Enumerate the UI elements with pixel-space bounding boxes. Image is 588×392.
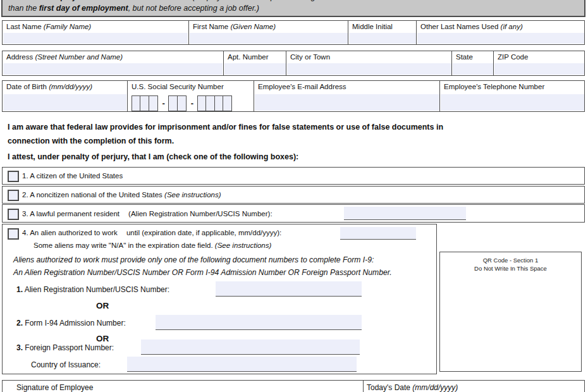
zip-label: ZIP Code — [498, 53, 528, 61]
other-last-names-cell: Other Last Names Used (if any) — [416, 21, 585, 44]
ssn-cell: U.S. Social Security Number - - — [127, 81, 254, 111]
middle-initial-label: Middle Initial — [352, 23, 393, 30]
country-of-issuance-label: Country of Issuance: — [31, 360, 101, 369]
signature-row-divider — [363, 381, 364, 392]
ssn-digit-box[interactable] — [177, 95, 187, 111]
country-of-issuance-input[interactable] — [127, 357, 357, 372]
expiration-date-input[interactable] — [340, 227, 416, 240]
permanent-resident-checkbox[interactable] — [8, 209, 19, 220]
alien-authorized-label: 4. An alien authorized to workuntil (exp… — [22, 229, 281, 236]
email-input[interactable] — [255, 94, 439, 111]
uscis-number-input[interactable] — [344, 207, 466, 220]
state-input[interactable] — [453, 63, 493, 75]
qr-code-title: QR Code - Section 1 — [440, 256, 581, 264]
address-fields-row: Address (Street Number and Name) Apt. Nu… — [2, 51, 585, 76]
city-input[interactable] — [287, 63, 451, 75]
option-permanent-resident-row: 3. A lawful permanent resident(Alien Reg… — [2, 204, 585, 223]
city-cell: City or Town — [286, 51, 452, 75]
section1-header-band: Section 1. Employee Information and Atte… — [1, 0, 585, 17]
email-label: Employee's E-mail Address — [258, 83, 346, 90]
apt-number-cell: Apt. Number — [223, 51, 286, 75]
last-name-label: Last Name (Family Name) — [6, 23, 91, 30]
first-name-label: First Name (Given Name) — [193, 23, 276, 30]
middle-initial-input[interactable] — [349, 33, 416, 44]
noncitizen-national-label: 2. A noncitizen national of the United S… — [22, 187, 221, 203]
todays-date-label: Today's Date (mm/dd/yyyy) — [367, 383, 458, 392]
na-expiration-note: Some aliens may write "N/A" in the expir… — [34, 242, 271, 249]
section1-title-clipped: Section 1. Employee Information and Atte… — [8, 0, 424, 1]
first-name-input[interactable] — [190, 33, 348, 44]
state-cell: State — [451, 51, 494, 75]
ssn-dash: - — [187, 99, 198, 108]
ssn-dash: - — [158, 99, 169, 108]
dob-label: Date of Birth (mm/dd/yyyy) — [6, 83, 92, 90]
foreign-passport-number-input[interactable] — [141, 340, 360, 355]
attestation-instruction: I attest, under penalty of perjury, that… — [8, 152, 298, 161]
apt-number-input[interactable] — [224, 63, 286, 75]
middle-initial-cell: Middle Initial — [348, 21, 417, 44]
alien-docs-note: Aliens authorized to work must provide o… — [13, 254, 392, 279]
address-input[interactable] — [3, 63, 223, 75]
state-label: State — [456, 53, 473, 61]
other-last-names-input[interactable] — [417, 33, 584, 44]
alien-registration-number-input[interactable] — [216, 281, 362, 297]
noncitizen-national-checkbox[interactable] — [8, 190, 19, 201]
signature-row: Signature of Employee Today's Date (mm/d… — [2, 380, 585, 392]
ssn-label: U.S. Social Security Number — [132, 83, 224, 90]
citizen-checkbox[interactable] — [8, 171, 19, 182]
foreign-passport-number-label: 3. Foreign Passport Number: — [16, 343, 114, 352]
i94-admission-number-input[interactable] — [156, 315, 362, 330]
option-citizen-row: 1. A citizen of the United States — [2, 167, 585, 185]
city-label: City or Town — [290, 53, 330, 61]
i9-form-section1: Section 1. Employee Information and Atte… — [0, 0, 588, 392]
apt-number-label: Apt. Number — [228, 53, 269, 61]
email-cell: Employee's E-mail Address — [254, 81, 440, 111]
ssn-comb-input[interactable]: - - — [132, 95, 232, 111]
alien-registration-number-label: 1. Alien Registration Number/USCIS Numbe… — [16, 285, 169, 294]
federal-law-warning: I am aware that federal law provides for… — [8, 121, 443, 148]
last-name-input[interactable] — [3, 33, 188, 44]
dob-ssn-contact-row: Date of Birth (mm/dd/yyyy) U.S. Social S… — [2, 80, 585, 112]
citizen-label: 1. A citizen of the United States — [22, 168, 123, 184]
section1-intro-line: than the first day of employment, but no… — [8, 4, 259, 13]
or-separator-2: OR — [96, 334, 109, 343]
phone-cell: Employee's Telephone Number — [439, 81, 585, 111]
qr-code-box: QR Code - Section 1 Do Not Write In This… — [439, 252, 582, 372]
alien-authorization-box: 4. An alien authorized to workuntil (exp… — [2, 224, 437, 374]
i94-admission-number-label: 2. Form I-94 Admission Number: — [16, 319, 126, 328]
dob-cell: Date of Birth (mm/dd/yyyy) — [3, 81, 127, 111]
name-fields-row: Last Name (Family Name) First Name (Give… — [2, 20, 585, 45]
or-separator-1: OR — [96, 301, 109, 310]
zip-cell: ZIP Code — [493, 51, 585, 75]
option-noncitizen-national-row: 2. A noncitizen national of the United S… — [2, 186, 585, 204]
alien-authorized-checkbox[interactable] — [8, 228, 19, 240]
first-name-cell: First Name (Given Name) — [188, 21, 348, 44]
phone-label: Employee's Telephone Number — [444, 83, 544, 90]
dob-input[interactable] — [3, 94, 126, 111]
signature-of-employee-label: Signature of Employee — [16, 383, 93, 392]
permanent-resident-label: 3. A lawful permanent resident(Alien Reg… — [22, 205, 273, 222]
phone-input[interactable] — [441, 94, 584, 111]
qr-code-subtitle: Do Not Write In This Space — [440, 264, 581, 273]
address-label: Address (Street Number and Name) — [6, 53, 123, 61]
address-cell: Address (Street Number and Name) — [3, 51, 223, 75]
ssn-digit-box[interactable] — [149, 95, 158, 111]
zip-input[interactable] — [494, 63, 584, 75]
last-name-cell: Last Name (Family Name) — [3, 21, 188, 44]
ssn-digit-box[interactable] — [223, 95, 232, 111]
other-last-names-label: Other Last Names Used (if any) — [420, 23, 523, 30]
